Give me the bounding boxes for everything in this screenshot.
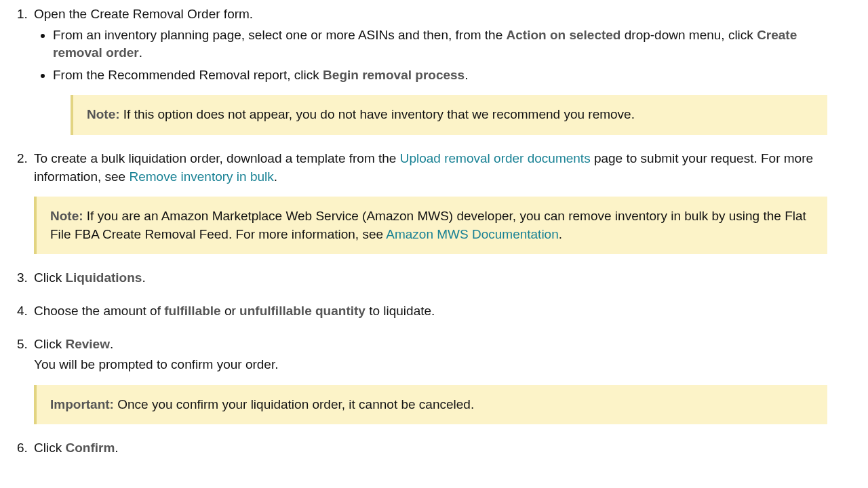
step-1-note: Note: If this option does not appear, yo… <box>71 95 827 135</box>
action-on-selected-bold: Action on selected <box>507 28 621 42</box>
review-bold: Review <box>65 337 109 351</box>
note-label: Note: <box>87 107 120 121</box>
step-5-aftertext: You will be prompted to confirm your ord… <box>34 356 827 374</box>
step-2: To create a bulk liquidation order, down… <box>31 150 827 254</box>
step-1-bullet-2: From the Recommended Removal report, cli… <box>53 66 827 135</box>
step-1-bullet-1: From an inventory planning page, select … <box>53 26 827 62</box>
unfulfillable-quantity-bold: unfulfillable quantity <box>239 304 366 318</box>
step-1: Open the Create Removal Order form. From… <box>31 5 827 135</box>
upload-removal-order-documents-link[interactable]: Upload removal order documents <box>400 151 591 165</box>
liquidations-bold: Liquidations <box>65 270 142 285</box>
step-1-text: Open the Create Removal Order form. <box>34 7 253 21</box>
amazon-mws-documentation-link[interactable]: Amazon MWS Documentation <box>386 227 559 241</box>
begin-removal-process-bold: Begin removal process <box>323 68 465 82</box>
fulfillable-bold: fulfillable <box>164 304 220 318</box>
step-5: Click Review. You will be prompted to co… <box>31 336 827 425</box>
step-4: Choose the amount of fulfillable or unfu… <box>31 302 827 321</box>
important-label: Important: <box>50 397 114 411</box>
confirm-bold: Confirm <box>65 441 115 455</box>
note-text: If this option does not appear, you do n… <box>120 107 635 121</box>
step-3: Click Liquidations. <box>31 269 827 287</box>
important-text: Once you confirm your liquidation order,… <box>114 397 474 411</box>
step-6: Click Confirm. <box>31 439 827 458</box>
step-1-sublist: From an inventory planning page, select … <box>34 26 827 135</box>
remove-inventory-in-bulk-link[interactable]: Remove inventory in bulk <box>129 169 273 184</box>
note-label: Note: <box>50 209 83 223</box>
step-2-note: Note: If you are an Amazon Marketplace W… <box>34 197 827 254</box>
steps-list: Open the Create Removal Order form. From… <box>14 5 827 458</box>
step-5-important: Important: Once you confirm your liquida… <box>34 385 827 425</box>
